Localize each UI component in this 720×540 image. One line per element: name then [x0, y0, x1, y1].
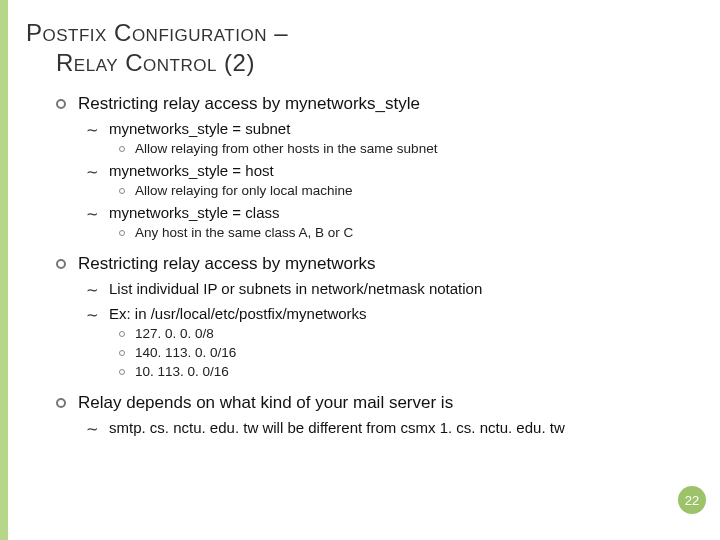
slide-content: Postfix Configuration – Relay Control (2… [0, 0, 720, 456]
bullet-text: 140. 113. 0. 0/16 [135, 345, 236, 360]
outline: Restricting relay access by mynetworks_s… [26, 94, 692, 438]
bullet-level-3: 140. 113. 0. 0/16 [119, 345, 692, 360]
ring-bullet-icon [119, 230, 125, 236]
title-line-2: Relay Control (2) [26, 48, 692, 78]
bullet-level-3: 10. 113. 0. 0/16 [119, 364, 692, 379]
bullet-text: 10. 113. 0. 0/16 [135, 364, 229, 379]
ring-bullet-icon [119, 331, 125, 337]
ring-bullet-icon [119, 350, 125, 356]
bullet-text: Restricting relay access by mynetworks_s… [78, 94, 692, 114]
bullet-text: Ex: in /usr/local/etc/postfix/mynetworks [109, 305, 692, 322]
title-line-1: Postfix Configuration – [26, 19, 288, 46]
tilde-bullet-icon: ∼ [86, 205, 99, 223]
bullet-level-2: ∼ mynetworks_style = host Allow relaying… [86, 162, 692, 198]
bullet-level-2: ∼ mynetworks_style = subnet Allow relayi… [86, 120, 692, 156]
tilde-bullet-icon: ∼ [86, 281, 99, 299]
ring-bullet-icon [119, 369, 125, 375]
tilde-bullet-icon: ∼ [86, 163, 99, 181]
ring-bullet-icon [119, 146, 125, 152]
bullet-text: mynetworks_style = subnet [109, 120, 692, 137]
bullet-text: Relay depends on what kind of your mail … [78, 393, 692, 413]
page-number: 22 [685, 493, 699, 508]
bullet-text: Any host in the same class A, B or C [135, 225, 353, 240]
bullet-level-3: Allow relaying for only local machine [119, 183, 692, 198]
bullet-text: smtp. cs. nctu. edu. tw will be differen… [109, 419, 692, 436]
bullet-text: List individual IP or subnets in network… [109, 280, 692, 297]
bullet-text: Allow relaying from other hosts in the s… [135, 141, 437, 156]
bullet-text: Allow relaying for only local machine [135, 183, 353, 198]
bullet-level-3: Allow relaying from other hosts in the s… [119, 141, 692, 156]
bullet-level-3: Any host in the same class A, B or C [119, 225, 692, 240]
ring-bullet-icon [56, 99, 66, 109]
bullet-level-1: Relay depends on what kind of your mail … [56, 393, 692, 438]
bullet-text: Restricting relay access by mynetworks [78, 254, 692, 274]
bullet-text: 127. 0. 0. 0/8 [135, 326, 214, 341]
tilde-bullet-icon: ∼ [86, 121, 99, 139]
bullet-level-2: ∼ Ex: in /usr/local/etc/postfix/mynetwor… [86, 305, 692, 379]
page-number-badge: 22 [678, 486, 706, 514]
bullet-level-2: ∼ smtp. cs. nctu. edu. tw will be differ… [86, 419, 692, 438]
bullet-text: mynetworks_style = host [109, 162, 692, 179]
tilde-bullet-icon: ∼ [86, 420, 99, 438]
bullet-level-1: Restricting relay access by mynetworks_s… [56, 94, 692, 240]
bullet-level-2: ∼ mynetworks_style = class Any host in t… [86, 204, 692, 240]
ring-bullet-icon [119, 188, 125, 194]
tilde-bullet-icon: ∼ [86, 306, 99, 324]
ring-bullet-icon [56, 259, 66, 269]
bullet-level-1: Restricting relay access by mynetworks ∼… [56, 254, 692, 379]
accent-bar [0, 0, 8, 540]
slide-title: Postfix Configuration – Relay Control (2… [26, 18, 692, 78]
ring-bullet-icon [56, 398, 66, 408]
bullet-level-3: 127. 0. 0. 0/8 [119, 326, 692, 341]
bullet-text: mynetworks_style = class [109, 204, 692, 221]
bullet-level-2: ∼ List individual IP or subnets in netwo… [86, 280, 692, 299]
